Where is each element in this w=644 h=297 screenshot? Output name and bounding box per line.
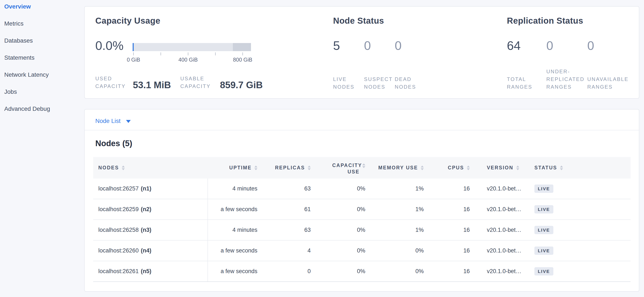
sidebar-item-jobs[interactable]: Jobs — [4, 83, 84, 100]
sidebar: Overview Metrics Databases Statements Ne… — [0, 0, 84, 295]
memory-use-cell: 1% — [370, 179, 428, 199]
table-row: localhost:26259(n2) a few seconds 61 0% … — [93, 199, 630, 220]
capacity-use-cell: 0% — [315, 220, 370, 240]
usable-capacity-label: USABLE CAPACITY — [180, 75, 212, 90]
nodes-table: NODES UPTIME REPLICAS CAPACITY USE MEMOR… — [93, 157, 630, 282]
version-cell: v20.1.0-bet… — [474, 199, 529, 220]
capacity-use-cell: 0% — [315, 179, 370, 199]
status-badge: LIVE — [534, 205, 553, 214]
capacity-gauge-used-segment — [133, 43, 134, 51]
node-list-card: Node List Nodes (5) NODES UPTIME REPLICA… — [84, 109, 639, 292]
replication-status-title: Replication Status — [507, 16, 583, 25]
capacity-stats: USED CAPACITY 53.1 MiB USABLE CAPACITY 8… — [95, 75, 263, 90]
replicas-cell: 0 — [262, 261, 315, 282]
live-nodes-label: LIVE NODES — [333, 75, 362, 91]
dead-nodes-label: DEAD NODES — [395, 75, 424, 91]
axis-label-0gib: 0 GiB — [127, 57, 140, 63]
capacity-usage-title: Capacity Usage — [95, 16, 160, 25]
version-cell: v20.1.0-bet… — [474, 220, 529, 240]
uptime-cell: a few seconds — [208, 199, 262, 220]
table-row: localhost:26258(n3) 4 minutes 63 0% 1% 1… — [93, 220, 630, 241]
usable-capacity-value: 859.7 GiB — [220, 80, 263, 90]
sort-icon — [362, 163, 365, 168]
node-address-cell: localhost:26260(n4) — [93, 241, 208, 261]
capacity-used-percent: 0.0% — [95, 38, 124, 53]
version-cell: v20.1.0-bet… — [474, 179, 529, 199]
sidebar-item-statements[interactable]: Statements — [4, 49, 84, 66]
nodes-count-heading: Nodes (5) — [95, 139, 132, 148]
table-row: localhost:26260(n4) a few seconds 4 0% 0… — [93, 241, 630, 261]
card-divider — [85, 130, 639, 130]
status-cell: LIVE — [529, 220, 630, 240]
status-badge: LIVE — [534, 267, 553, 276]
col-header-nodes[interactable]: NODES — [93, 157, 208, 179]
memory-use-cell: 0% — [370, 241, 428, 261]
memory-use-cell: 0% — [370, 261, 428, 282]
node-address-cell: localhost:26261(n5) — [93, 261, 208, 282]
under-replicated-ranges-value: 0 — [546, 38, 553, 53]
col-header-capacity-use[interactable]: CAPACITY USE — [315, 157, 370, 179]
sort-icon — [308, 166, 311, 170]
col-header-version[interactable]: VERSION — [474, 157, 529, 179]
capacity-gauge-dark-segment — [233, 43, 251, 51]
col-header-status[interactable]: STATUS — [529, 157, 630, 179]
capacity-gauge-ticks — [133, 52, 251, 55]
sidebar-item-databases[interactable]: Databases — [4, 32, 84, 49]
status-badge: LIVE — [534, 226, 553, 234]
node-list-dropdown-label: Node List — [95, 118, 120, 124]
sort-icon — [516, 166, 519, 170]
capacity-use-cell: 0% — [315, 241, 370, 261]
replicas-cell: 61 — [262, 199, 315, 220]
suspect-nodes-value: 0 — [364, 38, 371, 53]
table-row: localhost:26261(n5) a few seconds 0 0% 0… — [93, 261, 630, 282]
under-replicated-ranges-label: UNDER-REPLICATED RANGES — [546, 68, 586, 91]
cpus-cell: 16 — [428, 199, 474, 220]
status-cell: LIVE — [529, 199, 630, 220]
table-row: localhost:26257(n1) 4 minutes 63 0% 1% 1… — [93, 179, 630, 199]
sort-icon — [560, 166, 563, 170]
status-badge: LIVE — [534, 247, 553, 255]
sidebar-item-advanced-debug[interactable]: Advanced Debug — [4, 100, 84, 117]
cpus-cell: 16 — [428, 220, 474, 240]
col-header-memory-use[interactable]: MEMORY USE — [370, 157, 428, 179]
sort-icon — [421, 166, 424, 170]
replicas-cell: 63 — [262, 220, 315, 240]
status-cell: LIVE — [529, 261, 630, 282]
sidebar-item-metrics[interactable]: Metrics — [4, 15, 84, 32]
status-cell: LIVE — [529, 179, 630, 199]
version-cell: v20.1.0-bet… — [474, 241, 529, 261]
status-badge: LIVE — [534, 185, 553, 193]
cluster-summary-card: Capacity Usage 0.0% 0 GiB 400 GiB 800 Gi… — [84, 6, 639, 99]
unavailable-ranges-label: UNAVAILABLE RANGES — [587, 75, 632, 91]
unavailable-ranges-value: 0 — [587, 38, 594, 53]
dead-nodes-value: 0 — [395, 38, 402, 53]
cpus-cell: 16 — [428, 179, 474, 199]
status-cell: LIVE — [529, 241, 630, 261]
node-list-dropdown[interactable]: Node List — [95, 118, 131, 124]
used-capacity-label: USED CAPACITY — [95, 75, 125, 90]
live-nodes-value: 5 — [333, 38, 340, 53]
col-header-uptime[interactable]: UPTIME — [208, 157, 262, 179]
used-capacity-value: 53.1 MiB — [133, 80, 171, 90]
cpus-cell: 16 — [428, 241, 474, 261]
col-header-cpus[interactable]: CPUS — [428, 157, 474, 179]
capacity-use-cell: 0% — [315, 261, 370, 282]
axis-label-800gib: 800 GiB — [233, 57, 252, 63]
uptime-cell: 4 minutes — [208, 220, 262, 240]
uptime-cell: a few seconds — [208, 241, 262, 261]
sidebar-item-network-latency[interactable]: Network Latency — [4, 66, 84, 83]
capacity-gauge-axis: 0 GiB 400 GiB 800 GiB — [133, 57, 251, 63]
node-address-cell: localhost:26257(n1) — [93, 179, 208, 199]
version-cell: v20.1.0-bet… — [474, 261, 529, 282]
node-status-title: Node Status — [333, 16, 384, 25]
capacity-use-cell: 0% — [315, 199, 370, 220]
total-ranges-label: TOTAL RANGES — [507, 75, 543, 91]
uptime-cell: 4 minutes — [208, 179, 262, 199]
axis-label-400gib: 400 GiB — [178, 57, 198, 63]
sort-icon — [467, 166, 470, 170]
col-header-replicas[interactable]: REPLICAS — [262, 157, 315, 179]
nodes-table-body: localhost:26257(n1) 4 minutes 63 0% 1% 1… — [93, 179, 630, 282]
memory-use-cell: 1% — [370, 220, 428, 240]
sidebar-item-overview[interactable]: Overview — [4, 0, 84, 15]
sort-icon — [254, 166, 258, 170]
